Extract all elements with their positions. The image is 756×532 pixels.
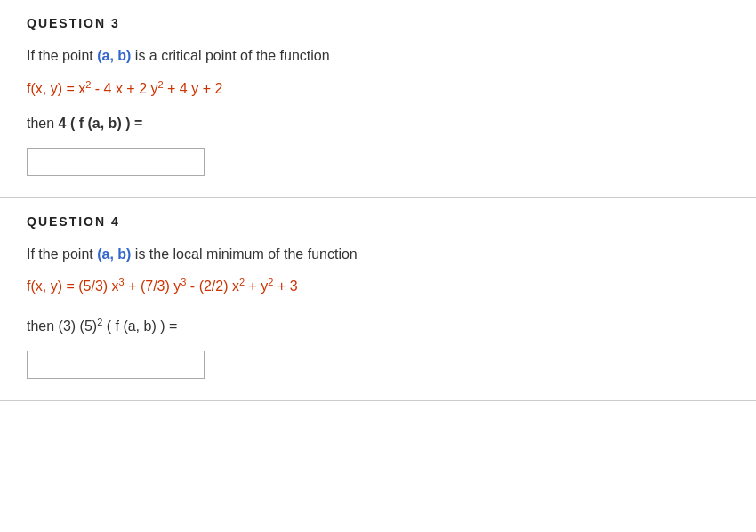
then-label-q4: then (3) (5) xyxy=(27,319,97,335)
function-mid-q4: + (7/3) y xyxy=(125,278,181,294)
question-4-function: f(x, y) = (5/3) x3 + (7/3) y3 - (2/2) x2… xyxy=(27,274,729,300)
question-4-intro: If the point (a, b) is the local minimum… xyxy=(27,243,729,266)
function-mid3-q4: + y xyxy=(245,278,268,294)
question-3-then: then 4 ( f (a, b) ) = xyxy=(27,111,729,137)
point-ab-q4: (a, b) xyxy=(97,246,131,262)
question-3-block: QUESTION 3 If the point (a, b) is a crit… xyxy=(0,0,756,198)
q4-middle-text: is the local minimum of the function xyxy=(131,246,357,262)
question-3-number: QUESTION 3 xyxy=(27,16,729,30)
if-text: If the point xyxy=(27,48,97,63)
function-mid2-q4: - (2/2) x xyxy=(186,278,239,294)
q3-middle-text: is a critical point of the function xyxy=(131,48,329,63)
answer-input-q4[interactable] xyxy=(27,351,205,379)
question-3-intro: If the point (a, b) is a critical point … xyxy=(27,44,729,68)
question-3-function: f(x, y) = x2 - 4 x + 2 y2 + 4 y + 2 xyxy=(27,77,729,102)
question-4-block: QUESTION 4 If the point (a, b) is the lo… xyxy=(0,198,756,402)
function-start-q4: f(x, y) = (5/3) x xyxy=(27,278,119,294)
function-end-q3: + 4 y + 2 xyxy=(164,81,223,96)
function-start-q3: f(x, y) = x xyxy=(27,81,85,96)
function-end-q4: + 3 xyxy=(273,278,297,294)
if-text-q4: If the point xyxy=(27,246,97,262)
question-4-then: then (3) (5)2 ( f (a, b) ) = xyxy=(27,314,729,340)
answer-input-q3[interactable] xyxy=(27,148,205,176)
then-expression-end-q4: ( f (a, b) ) = xyxy=(102,319,177,335)
question-4-number: QUESTION 4 xyxy=(27,214,729,229)
then-expression-q3: 4 ( f (a, b) ) = xyxy=(59,116,143,131)
then-label-q3: then xyxy=(27,116,59,131)
function-mid-q3: - 4 x + 2 y xyxy=(91,81,157,96)
point-ab-q3: (a, b) xyxy=(97,48,131,63)
